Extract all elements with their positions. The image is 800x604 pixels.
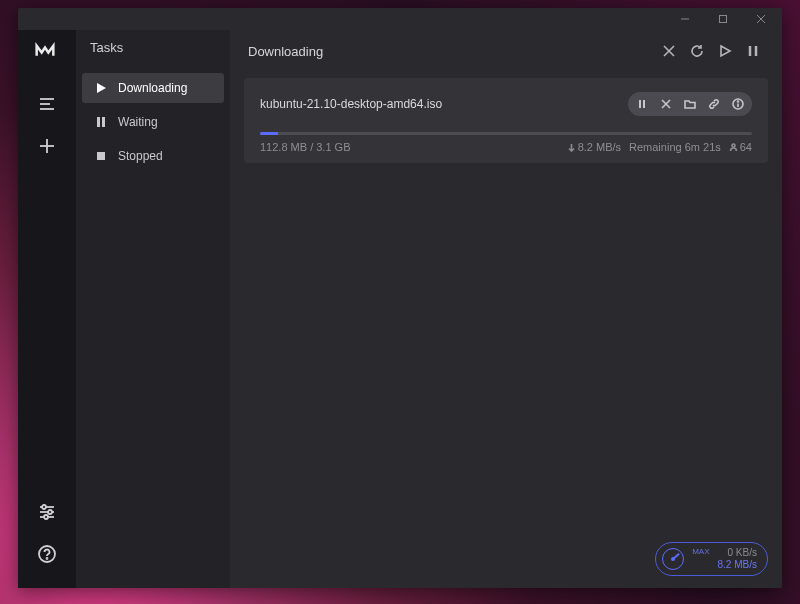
- tasks-title: Tasks: [76, 40, 230, 73]
- header-pause-button[interactable]: [742, 40, 764, 62]
- main-area: Downloading kubuntu-21.10-desktop-amd64.…: [230, 30, 782, 588]
- folder-icon: [684, 98, 696, 110]
- download-pause-button[interactable]: [632, 94, 652, 114]
- app-window: Tasks Downloading Waiting Stopped: [18, 8, 782, 588]
- minimize-icon: [680, 14, 690, 24]
- help-icon: [37, 544, 57, 564]
- speed-up-text: 0 KB/s: [728, 547, 757, 559]
- svg-marker-17: [97, 83, 106, 93]
- download-cancel-button[interactable]: [656, 94, 676, 114]
- nav-rail: [18, 30, 76, 588]
- window-body: Tasks Downloading Waiting Stopped: [18, 30, 782, 588]
- download-top-row: kubuntu-21.10-desktop-amd64.iso: [260, 92, 752, 116]
- header-clear-button[interactable]: [658, 40, 680, 62]
- header-refresh-button[interactable]: [686, 40, 708, 62]
- stop-icon: [94, 149, 108, 163]
- download-size-text: 112.8 MB / 3.1 GB: [260, 141, 559, 153]
- app-logo: [35, 40, 59, 58]
- svg-point-10: [42, 505, 46, 509]
- speed-readout: MAX 0 KB/s 8.2 MB/s: [692, 547, 757, 571]
- speed-max-label: MAX: [692, 547, 709, 556]
- pause-icon: [94, 115, 108, 129]
- window-maximize-button[interactable]: [704, 8, 742, 30]
- svg-point-14: [44, 515, 48, 519]
- svg-rect-18: [97, 117, 100, 127]
- sidebar-item-label: Stopped: [118, 149, 163, 163]
- maximize-icon: [718, 14, 728, 24]
- logo-icon: [35, 40, 55, 60]
- svg-rect-19: [102, 117, 105, 127]
- download-actions-pill: [628, 92, 752, 116]
- rail-help-button[interactable]: [27, 534, 67, 574]
- peers-icon: [729, 143, 738, 152]
- info-icon: [732, 98, 744, 110]
- rail-add-button[interactable]: [27, 126, 67, 166]
- page-title: Downloading: [248, 44, 652, 59]
- download-bottom-row: 112.8 MB / 3.1 GB 8.2 MB/s Remaining 6m …: [260, 141, 752, 153]
- speed-down-text: 8.2 MB/s: [718, 559, 757, 571]
- header-resume-button[interactable]: [714, 40, 736, 62]
- download-remaining-text: Remaining 6m 21s: [629, 141, 721, 153]
- sidebar-item-stopped[interactable]: Stopped: [82, 141, 224, 171]
- plus-icon: [37, 136, 57, 156]
- window-close-button[interactable]: [742, 8, 780, 30]
- download-filename: kubuntu-21.10-desktop-amd64.iso: [260, 97, 628, 111]
- download-peers: 64: [729, 141, 752, 153]
- sidebar-item-waiting[interactable]: Waiting: [82, 107, 224, 137]
- download-info-button[interactable]: [728, 94, 748, 114]
- rail-settings-button[interactable]: [27, 492, 67, 532]
- svg-point-32: [738, 101, 739, 102]
- refresh-icon: [690, 44, 704, 58]
- gauge-icon: [662, 548, 684, 570]
- svg-rect-1: [720, 16, 727, 23]
- sidebar-item-label: Downloading: [118, 81, 187, 95]
- tasks-panel: Tasks Downloading Waiting Stopped: [76, 30, 230, 588]
- download-card[interactable]: kubuntu-21.10-desktop-amd64.iso: [244, 78, 768, 163]
- progress-fill: [260, 132, 278, 135]
- speed-indicator[interactable]: MAX 0 KB/s 8.2 MB/s: [655, 542, 768, 576]
- sidebar-item-downloading[interactable]: Downloading: [82, 73, 224, 103]
- pause-icon: [746, 44, 760, 58]
- rail-menu-button[interactable]: [27, 84, 67, 124]
- main-header: Downloading: [230, 30, 782, 78]
- sidebar-item-label: Waiting: [118, 115, 158, 129]
- download-link-button[interactable]: [704, 94, 724, 114]
- download-speed: 8.2 MB/s: [567, 141, 621, 153]
- titlebar: [18, 8, 782, 30]
- play-icon: [718, 44, 732, 58]
- svg-point-12: [48, 510, 52, 514]
- svg-marker-23: [721, 46, 730, 56]
- arrow-down-icon: [567, 143, 576, 152]
- download-folder-button[interactable]: [680, 94, 700, 114]
- window-minimize-button[interactable]: [666, 8, 704, 30]
- sliders-icon: [37, 502, 57, 522]
- svg-point-34: [732, 144, 735, 147]
- svg-point-16: [47, 558, 48, 559]
- download-peers-text: 64: [740, 141, 752, 153]
- pause-icon: [636, 98, 648, 110]
- menu-icon: [37, 94, 57, 114]
- download-speed-text: 8.2 MB/s: [578, 141, 621, 153]
- play-icon: [94, 81, 108, 95]
- link-icon: [708, 98, 720, 110]
- close-icon: [662, 44, 676, 58]
- progress-bar: [260, 132, 752, 135]
- svg-rect-20: [97, 152, 105, 160]
- close-icon: [756, 14, 766, 24]
- close-icon: [660, 98, 672, 110]
